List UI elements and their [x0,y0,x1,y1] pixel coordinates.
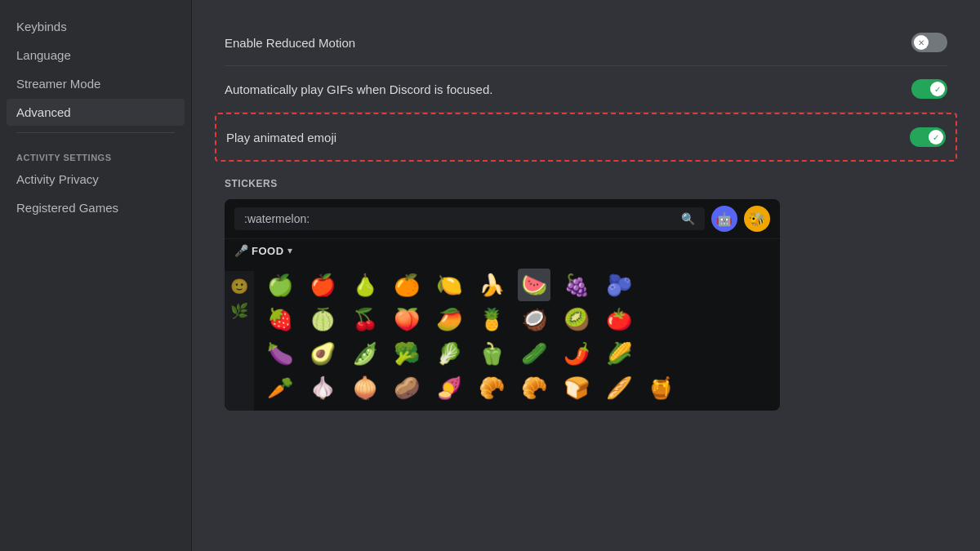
emoji-cell[interactable]: 🥬 [433,337,466,370]
animated-emoji-knob: ✓ [929,130,943,144]
emoji-cell[interactable]: 🥐 [518,371,550,404]
auto-gifs-knob: ✓ [930,82,945,96]
auto-gifs-toggle[interactable]: ✓ [911,79,947,99]
picker-sidebar-smile-icon[interactable]: 🙂 [230,278,248,295]
reduced-motion-toggle[interactable]: ✕ [911,33,947,52]
emoji-cell[interactable]: 🥐 [475,371,508,404]
emoji-cell[interactable]: 🥦 [390,337,423,370]
emoji-cell[interactable] [687,337,719,370]
stickers-section-title: STICKERS [225,178,947,189]
animated-emoji-toggle[interactable]: ✓ [910,127,946,147]
emoji-cell[interactable]: 🍒 [349,303,381,335]
emoji-cell[interactable] [687,269,719,301]
picker-header: :watermelon: 🔍 🤖 🐝 [225,199,780,238]
emoji-cell[interactable]: 🥭 [433,303,466,335]
emoji-cell-watermelon[interactable]: 🍉 [518,269,550,301]
emoji-cell[interactable]: 🍅 [603,303,635,335]
picker-sidebar: 🙂 🌿 [225,271,254,411]
emoji-cell[interactable] [687,371,719,404]
emoji-cell[interactable]: 🌶️ [560,337,593,370]
sidebar: Keybinds Language Streamer Mode Advanced… [0,0,192,551]
emoji-cell[interactable]: 🍋 [433,269,466,301]
picker-avatar-1[interactable]: 🤖 [711,206,737,232]
sidebar-item-language[interactable]: Language [7,42,185,69]
emoji-cell[interactable]: 🥒 [518,337,550,370]
emoji-cell[interactable]: 🥕 [264,371,296,404]
emoji-cell[interactable] [729,269,762,301]
category-icon: 🎤 [234,244,248,257]
emoji-cell[interactable]: 🍑 [390,303,423,335]
emoji-grid-area: 🍏 🍎 🍐 🍊 🍋 🍌 🍉 🍇 🫐 🍓 🍈 🍒 [254,262,780,411]
emoji-cell[interactable]: 🧅 [349,371,381,404]
auto-gifs-label: Automatically play GIFs when Discord is … [225,82,492,96]
emoji-cell[interactable]: 🍇 [560,269,593,301]
emoji-cell[interactable]: 🍎 [306,269,339,301]
setting-row-reduced-motion: Enable Reduced Motion ✕ [225,20,947,66]
emoji-cell[interactable] [644,337,677,370]
picker-sidebar-leaf-icon[interactable]: 🌿 [230,302,248,320]
emoji-cell[interactable]: 🍏 [264,269,296,301]
emoji-cell[interactable] [729,371,762,404]
picker-avatar-2[interactable]: 🐝 [744,206,770,232]
animated-emoji-label: Play animated emoji [226,131,336,144]
emoji-cell[interactable]: 🍯 [644,371,677,404]
emoji-picker: :watermelon: 🔍 🤖 🐝 🎤 FOOD ▾ 🙂 🌿 🍏 [225,199,780,411]
sidebar-item-advanced[interactable]: Advanced [7,99,185,126]
search-icon: 🔍 [681,212,695,225]
emoji-cell[interactable]: 🧄 [306,371,339,404]
emoji-cell[interactable]: 🫛 [349,337,381,370]
emoji-cell[interactable]: 🫐 [603,269,635,301]
category-chevron-icon[interactable]: ▾ [287,245,292,256]
emoji-cell[interactable]: 🥖 [603,371,635,404]
search-placeholder-text: :watermelon: [244,212,310,225]
animated-emoji-icon: ✓ [933,133,939,142]
main-content: Enable Reduced Motion ✕ Automatically pl… [192,0,980,551]
emoji-cell[interactable] [687,303,719,335]
category-bar: 🎤 FOOD ▾ [225,238,780,262]
emoji-cell[interactable]: 🍍 [475,303,508,335]
emoji-cell[interactable]: 🍐 [349,269,381,301]
auto-gifs-icon: ✓ [934,85,941,94]
emoji-cell[interactable]: 🥥 [518,303,550,335]
emoji-grid: 🍏 🍎 🍐 🍊 🍋 🍌 🍉 🍇 🫐 🍓 🍈 🍒 [254,262,780,411]
reduced-motion-knob: ✕ [914,35,929,50]
emoji-cell[interactable]: 🍞 [560,371,593,404]
emoji-cell[interactable]: 🍓 [264,303,296,335]
sidebar-item-registered-games[interactable]: Registered Games [7,194,185,221]
reduced-motion-icon: ✕ [918,38,924,47]
emoji-cell[interactable]: 🍠 [433,371,466,404]
reduced-motion-label: Enable Reduced Motion [225,36,355,50]
sidebar-divider [16,132,175,133]
picker-body: 🙂 🌿 🍏 🍎 🍐 🍊 🍋 🍌 🍉 🍇 🫐 [225,262,780,411]
emoji-cell[interactable] [729,337,762,370]
emoji-cell[interactable]: 🍆 [264,337,296,370]
sidebar-item-keybinds[interactable]: Keybinds [7,13,185,40]
emoji-cell[interactable] [644,303,677,335]
activity-settings-section-label: ACTIVITY SETTINGS [7,140,185,166]
emoji-cell[interactable] [644,269,677,301]
emoji-cell[interactable]: 🍈 [306,303,339,335]
sidebar-item-streamer-mode[interactable]: Streamer Mode [7,70,185,97]
highlighted-animated-emoji-row: Play animated emoji ✓ [215,113,957,162]
emoji-cell[interactable]: 🍊 [390,269,423,301]
setting-row-auto-gifs: Automatically play GIFs when Discord is … [225,66,947,113]
emoji-cell[interactable]: 🍌 [475,269,508,301]
emoji-search-bar[interactable]: :watermelon: 🔍 [234,207,705,230]
sidebar-item-activity-privacy[interactable]: Activity Privacy [7,166,185,193]
emoji-cell[interactable]: 🫑 [475,337,508,370]
emoji-cell[interactable]: 🥑 [306,337,339,370]
emoji-cell[interactable]: 🌽 [603,337,635,370]
category-label: FOOD [252,245,284,257]
emoji-cell[interactable]: 🥝 [560,303,593,335]
emoji-cell[interactable] [729,303,762,335]
emoji-cell[interactable]: 🥔 [390,371,423,404]
